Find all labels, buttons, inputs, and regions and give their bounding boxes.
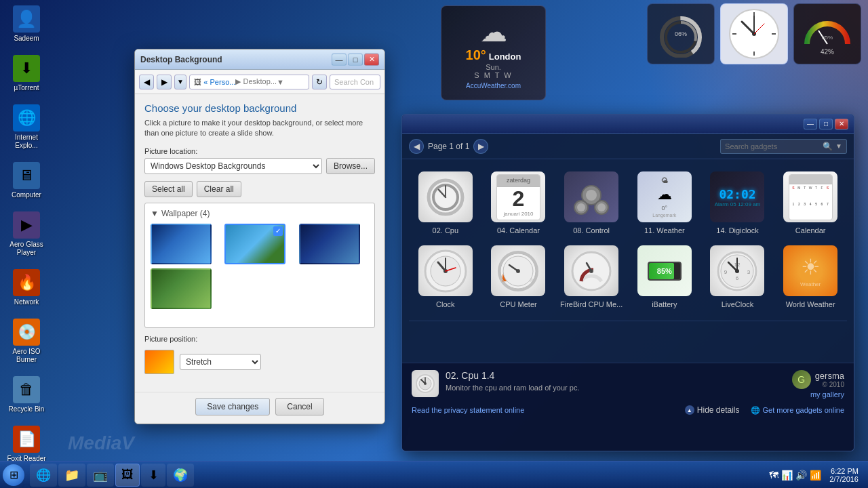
dialog-subtext: Click a picture to make it your desktop … (144, 118, 375, 139)
gadget-item-digiclock[interactable]: 02:02 Alarm 05 12:09 am 14. Digiclock (701, 166, 774, 240)
gadget-item-ibattery[interactable]: 85% iBattery (628, 240, 701, 314)
more-gadgets-icon: 🌐 (751, 406, 760, 415)
gadget-item-firebird[interactable]: FireBird CPU Me... (555, 240, 628, 314)
icon-aero-glass[interactable]: ▶ Aero Glass Player (3, 209, 50, 260)
taskbar-wallpaper-icon: 🖼 (121, 468, 134, 482)
clock-display[interactable]: 6:22 PM 2/7/2016 (825, 467, 863, 483)
gadget-item-clock[interactable]: Clock (409, 240, 482, 314)
wallpaper-thumb-3[interactable] (299, 224, 360, 264)
icon-computer[interactable]: 🖥 Computer (3, 159, 50, 202)
cancel-button[interactable]: Cancel (275, 398, 323, 415)
gadget-detail-icon (412, 370, 439, 397)
weather-source: AccuWeather.com (466, 82, 521, 89)
icon-network[interactable]: 🔥 Network (3, 266, 50, 309)
save-changes-button[interactable]: Save changes (195, 398, 270, 415)
hide-details-button[interactable]: ▲ Hide details (685, 405, 740, 415)
taskbar-item-utorrent[interactable]: ⬇ (141, 464, 165, 487)
tray-sound-icon[interactable]: 🔊 (795, 470, 807, 481)
gadget-item-weather[interactable]: 🌤 ☁ 0° Langemark 11. Weather (628, 166, 701, 240)
gadgets-divider (409, 321, 847, 321)
gadgets-panel: — □ ✕ ◀ Page 1 of 1 ▶ 🔍 ▼ (401, 114, 854, 451)
gadget-name-worldweather: World Weather (786, 300, 835, 308)
svg-point-24 (577, 203, 585, 211)
svg-text:6: 6 (736, 275, 739, 281)
clock-date: 2/7/2016 (829, 475, 859, 483)
clear-all-button[interactable]: Clear all (197, 181, 241, 197)
gadget-name-clock: Clock (436, 300, 455, 308)
gadgets-search-input[interactable] (725, 142, 820, 150)
page-next-button[interactable]: ▶ (473, 139, 488, 154)
taskbar-item-wallpaper[interactable]: 🖼 (115, 464, 140, 487)
gadgets-maximize-button[interactable]: □ (819, 119, 833, 129)
gadget-icon-liveclock: 12 6 9 3 (710, 245, 764, 296)
author-name: gersma (815, 371, 844, 381)
taskbar-right: 🗺 📊 🔊 📶 6:22 PM 2/7/2016 (764, 467, 868, 483)
icon-aero-iso[interactable]: 💿 Aero ISO Burner (3, 316, 50, 367)
dialog-title: Desktop Background (140, 55, 222, 64)
taskbar-item-folder[interactable]: 📁 (58, 464, 85, 487)
icon-recycle-bin[interactable]: 🗑 Recycle Bin (3, 373, 50, 416)
more-gadgets-link[interactable]: 🌐 Get more gadgets online (751, 406, 844, 415)
gadget-item-cpu[interactable]: 02. Cpu (409, 166, 482, 240)
gadgets-titlebar: — □ ✕ (402, 115, 854, 134)
gadget-icon-weather: 🌤 ☁ 0° Langemark (637, 171, 692, 222)
gadgets-close-button[interactable]: ✕ (835, 119, 848, 129)
location-select[interactable]: Windows Desktop Backgrounds (144, 158, 322, 174)
gadget-name-calendar2: Calendar (795, 226, 826, 235)
minimize-button[interactable]: — (332, 54, 347, 66)
history-dropdown[interactable]: ▼ (174, 75, 186, 89)
wallpaper-grid: ✓ (151, 224, 369, 309)
close-button[interactable]: ✕ (364, 54, 379, 66)
gadget-name-calendar: 04. Calendar (497, 226, 540, 235)
gadgets-minimize-button[interactable]: — (804, 119, 817, 129)
position-preview (144, 350, 174, 374)
privacy-link[interactable]: Read the privacy statement online (412, 406, 524, 414)
gadget-item-calendar[interactable]: zaterdag 2 januari 2010 04. Calendar (482, 166, 555, 240)
top-gadget-clock (720, 3, 788, 64)
dialog-controls: — □ ✕ (332, 54, 379, 66)
search-dropdown[interactable]: ▼ (835, 142, 842, 150)
detail-links: Read the privacy statement online ▲ Hide… (412, 405, 844, 415)
tray-network2-icon[interactable]: 📶 (810, 470, 821, 481)
gadgets-search-box[interactable]: 🔍 ▼ (720, 139, 847, 154)
icon-internet-explorer[interactable]: 🌐 Internet Explo... (3, 102, 50, 152)
taskbar-item-ie[interactable]: 🌐 (30, 464, 57, 487)
wallpaper-thumb-4[interactable] (151, 268, 212, 309)
gadget-item-calendar2[interactable]: S M T W T F S 1 2 3 4 5 6 (774, 166, 847, 240)
gadget-icon-worldweather: ☀ Weather (783, 245, 837, 296)
taskbar-utorrent-icon: ⬇ (149, 468, 159, 483)
taskbar-item-browser[interactable]: 🌍 (167, 464, 194, 487)
icon-sadeem[interactable]: 👤 Sadeem (3, 3, 50, 45)
select-clear-row: Select all Clear all (144, 181, 375, 197)
icon-utorrent[interactable]: ⬇ µTorrent (3, 52, 50, 95)
gadget-item-cpumeter[interactable]: CPU Meter (482, 240, 555, 314)
top-gadget-cpu: 06% (647, 3, 715, 64)
gadget-item-liveclock[interactable]: 12 6 9 3 LiveClock (701, 240, 774, 314)
gadget-detail-meta: G gersma © 2010 my gallery (792, 370, 844, 399)
maximize-button[interactable]: □ (348, 54, 363, 66)
position-select[interactable]: Stretch Fill Fit Tile Center (180, 354, 261, 370)
svg-line-19 (439, 190, 446, 197)
dialog-footer: Save changes Cancel (135, 392, 384, 424)
select-all-button[interactable]: Select all (144, 181, 193, 197)
gadget-item-control[interactable]: 08. Control (555, 166, 628, 240)
taskbar-item-media[interactable]: 📺 (87, 464, 114, 487)
gallery-link[interactable]: my gallery (792, 390, 844, 399)
wallpaper-thumb-1[interactable] (151, 224, 212, 264)
start-button[interactable]: ⊞ (0, 462, 27, 489)
page-prev-button[interactable]: ◀ (409, 139, 424, 154)
icon-foxit[interactable]: 📄 Foxit Reader (3, 423, 50, 466)
desktop-icons-area: 👤 Sadeem ⬇ µTorrent 🌐 Internet Explo... … (3, 3, 50, 488)
gadget-item-worldweather[interactable]: ☀ Weather World Weather (774, 240, 847, 314)
browse-button[interactable]: Browse... (326, 158, 375, 174)
tray-monitor-icon[interactable]: 📊 (781, 470, 793, 481)
dialog-titlebar: Desktop Background — □ ✕ (135, 49, 384, 70)
refresh-button[interactable]: ↻ (312, 75, 327, 89)
dialog-heading: Choose your desktop background (144, 102, 375, 114)
forward-button[interactable]: ▶ (157, 75, 172, 89)
wallpaper-thumb-2[interactable]: ✓ (224, 224, 285, 264)
gadget-icon-digiclock: 02:02 Alarm 05 12:09 am (710, 171, 764, 222)
back-button[interactable]: ◀ (139, 75, 154, 89)
tray-network-icon[interactable]: 🗺 (769, 470, 778, 481)
weather-widget: ☁ 10° London Sun. S M T W AccuWeather.co… (441, 5, 546, 100)
